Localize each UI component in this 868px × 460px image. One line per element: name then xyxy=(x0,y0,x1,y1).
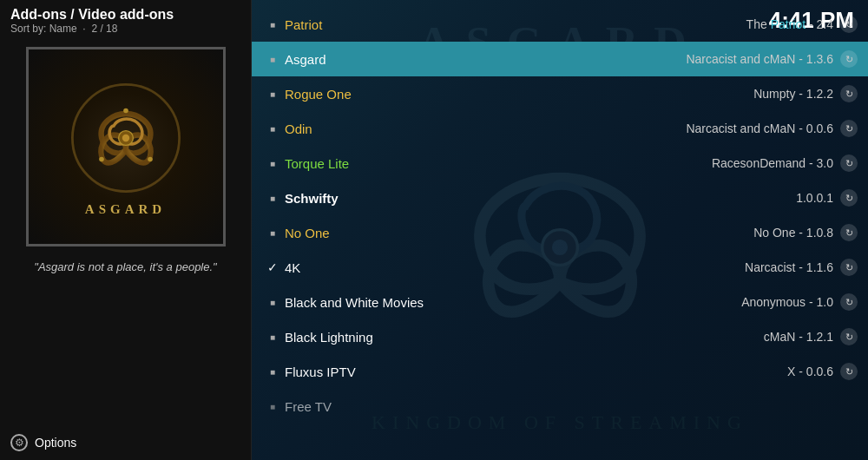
list-item[interactable]: ✓ 4K Narcacist - 1.1.6 ↻ xyxy=(252,250,868,285)
item-name: Fluxus IPTV xyxy=(285,365,787,379)
list-item[interactable]: ■ Torque Lite RacesonDemand - 3.0 ↻ xyxy=(252,146,868,181)
bullet-icon: ■ xyxy=(266,402,279,411)
addon-image-inner: ASGARD xyxy=(29,49,223,244)
list-item[interactable]: ■ Asgard Narcacist and cMaN - 1.3.6 ↻ xyxy=(252,42,868,76)
svg-point-2 xyxy=(122,134,128,141)
update-icon: ↻ xyxy=(840,85,858,102)
item-name: Rogue One xyxy=(285,87,753,102)
item-name: Asgard xyxy=(285,52,686,67)
item-name: Free TV xyxy=(285,399,851,414)
list-item[interactable]: ■ Black and White Movies Anonymous - 1.0… xyxy=(252,285,868,319)
item-name: 4K xyxy=(285,260,745,275)
update-icon: ↻ xyxy=(840,16,858,33)
item-meta: cMaN - 1.2.1 xyxy=(764,330,833,344)
trinity-knot-icon xyxy=(65,77,187,199)
item-meta: Numpty - 1.2.2 xyxy=(753,87,833,101)
list-item[interactable]: ■ Odin Narcacist and cMaN - 0.0.6 ↻ xyxy=(252,111,868,146)
svg-point-5 xyxy=(148,156,153,161)
list-item[interactable]: ■ Rogue One Numpty - 1.2.2 ↻ xyxy=(252,76,868,111)
bullet-icon: ■ xyxy=(266,367,279,377)
bullet-icon: ■ xyxy=(266,228,279,238)
main-panel: ASGARD KINGDOM OF STREAMING 4:41 PM ■ Pa… xyxy=(252,0,868,460)
page-title: Add-ons / Video add-ons xyxy=(10,7,240,23)
bullet-icon: ■ xyxy=(266,332,279,342)
list-item[interactable]: ■ Fluxus IPTV X - 0.0.6 ↻ xyxy=(252,354,868,389)
list-item[interactable]: ■ Patriot The Patriot - 2.4 ↻ xyxy=(252,7,868,42)
item-name: Black and White Movies xyxy=(285,295,741,310)
bullet-icon: ■ xyxy=(266,124,279,134)
update-icon: ↻ xyxy=(840,259,858,276)
addon-description: "Asgard is not a place, it's a people." xyxy=(20,253,230,280)
update-icon: ↻ xyxy=(840,154,858,172)
addon-image: ASGARD xyxy=(26,47,226,246)
item-name: No One xyxy=(285,226,753,240)
list-item[interactable]: ■ Schwifty 1.0.0.1 ↻ xyxy=(252,181,868,215)
bullet-icon: ■ xyxy=(266,20,279,30)
list-item[interactable]: ■ No One No One - 1.0.8 ↻ xyxy=(252,215,868,250)
addon-list: ■ Patriot The Patriot - 2.4 ↻ ■ Asgard N… xyxy=(252,0,868,460)
item-meta: Narcacist - 1.1.6 xyxy=(745,260,833,274)
bullet-icon: ■ xyxy=(266,159,279,168)
list-item[interactable]: ■ Free TV xyxy=(252,389,868,424)
addon-name-label: ASGARD xyxy=(85,202,166,217)
update-icon: ↻ xyxy=(840,328,858,345)
item-name: Odin xyxy=(285,122,686,136)
update-icon: ↻ xyxy=(840,50,858,68)
bullet-icon: ■ xyxy=(266,89,279,99)
update-icon: ↻ xyxy=(840,363,858,380)
update-icon: ↻ xyxy=(840,120,858,137)
item-name: Torque Lite xyxy=(285,156,712,171)
update-icon: ↻ xyxy=(840,224,858,241)
item-meta: Anonymous - 1.0 xyxy=(741,295,833,309)
options-icon: ⚙ xyxy=(10,434,28,451)
update-icon: ↻ xyxy=(840,293,858,311)
options-label: Options xyxy=(35,436,76,450)
sidebar-header: Add-ons / Video add-ons Sort by: Name · … xyxy=(0,0,251,38)
sidebar: Add-ons / Video add-ons Sort by: Name · … xyxy=(0,0,252,460)
item-name: Schwifty xyxy=(285,191,796,206)
sort-info: Sort by: Name · 2 / 18 xyxy=(10,23,240,35)
item-meta: X - 0.0.6 xyxy=(787,365,833,378)
item-meta: Narcacist and cMaN - 0.0.6 xyxy=(686,122,833,135)
page-info: 2 / 18 xyxy=(91,23,117,35)
item-meta: No One - 1.0.8 xyxy=(753,226,833,240)
item-meta: RacesonDemand - 3.0 xyxy=(712,156,833,170)
item-meta: The Patriot - 2.4 xyxy=(746,17,833,31)
update-icon: ↻ xyxy=(840,189,858,207)
check-icon: ✓ xyxy=(266,260,279,274)
bullet-icon: ■ xyxy=(266,194,279,203)
sort-label: Sort by: Name xyxy=(10,23,77,35)
item-name: Patriot xyxy=(285,17,746,32)
list-item[interactable]: ■ Black Lightning cMaN - 1.2.1 ↻ xyxy=(252,319,868,354)
svg-point-4 xyxy=(99,156,104,161)
item-meta: Narcacist and cMaN - 1.3.6 xyxy=(686,52,833,66)
svg-point-3 xyxy=(123,108,128,113)
item-name: Black Lightning xyxy=(285,330,764,345)
options-button[interactable]: ⚙ Options xyxy=(10,434,76,451)
bullet-icon: ■ xyxy=(266,55,279,64)
bullet-icon: ■ xyxy=(266,298,279,307)
item-meta: 1.0.0.1 xyxy=(796,191,833,205)
